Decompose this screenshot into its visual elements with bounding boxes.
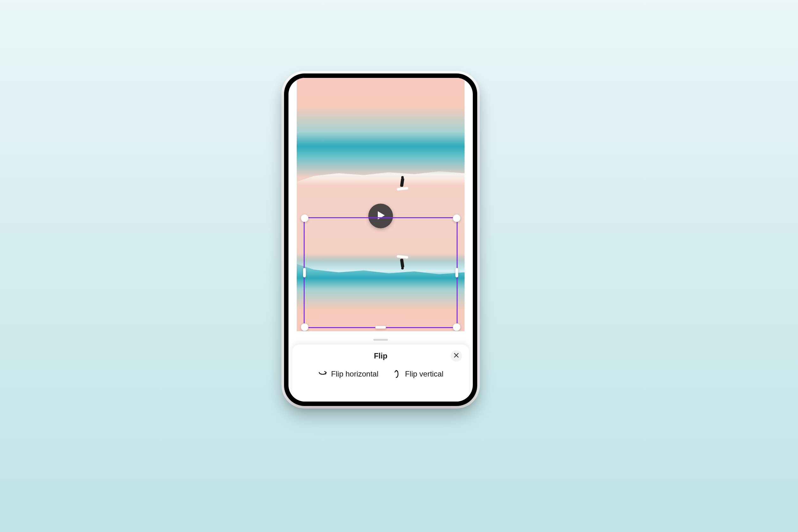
flip-vertical-button[interactable]: Flip vertical	[394, 369, 443, 379]
flip-vertical-label: Flip vertical	[405, 369, 443, 378]
sheet-title: Flip	[374, 352, 387, 360]
close-button[interactable]	[451, 350, 462, 362]
phone-frame: Flip	[284, 74, 477, 406]
flip-horizontal-label: Flip horizontal	[331, 369, 378, 378]
resize-handle-top-left[interactable]	[301, 214, 308, 222]
close-icon	[454, 353, 459, 359]
wave-decoration	[297, 167, 464, 186]
sheet-header: Flip	[298, 352, 463, 360]
sheet-actions: Flip horizontal Flip vertical	[298, 369, 463, 379]
play-icon	[376, 211, 385, 221]
wave-decoration	[297, 260, 464, 279]
resize-handle-top-right[interactable]	[453, 214, 460, 222]
flip-horizontal-icon	[318, 370, 327, 378]
canvas-media-original	[297, 78, 464, 221]
canvas-media-flipped	[297, 219, 464, 331]
flip-vertical-icon	[394, 369, 401, 379]
resize-handle-bottom-left[interactable]	[301, 323, 308, 331]
promo-stage: Flip	[169, 137, 629, 395]
sheet-grabber[interactable]	[373, 339, 388, 341]
surfer-decoration	[398, 254, 407, 269]
resize-handle-left[interactable]	[303, 268, 306, 278]
flip-horizontal-button[interactable]: Flip horizontal	[318, 369, 378, 379]
play-button[interactable]	[368, 204, 393, 228]
editor-canvas[interactable]	[297, 78, 464, 331]
resize-handle-bottom[interactable]	[375, 326, 386, 329]
flip-bottom-sheet: Flip	[292, 344, 469, 401]
phone-screen: Flip	[288, 78, 473, 401]
resize-handle-bottom-right[interactable]	[453, 323, 460, 331]
resize-handle-right[interactable]	[455, 268, 458, 278]
surfer-decoration	[398, 176, 407, 192]
